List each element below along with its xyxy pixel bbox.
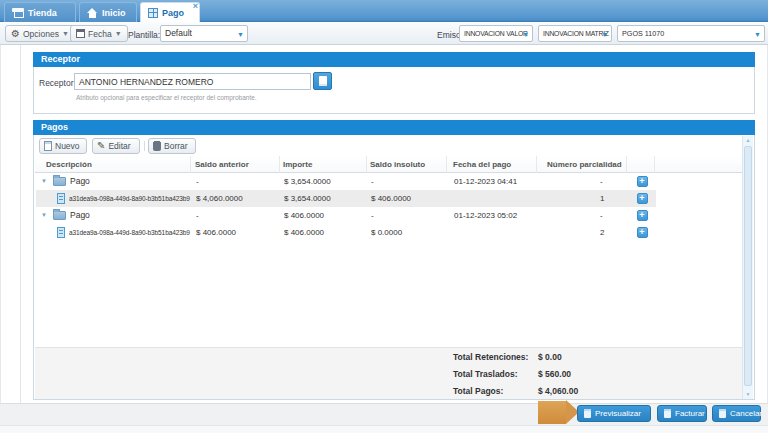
receptor-hint: Atributo opcional para especificar el re… (76, 94, 257, 101)
column-header-descripcion[interactable]: Descripción (35, 156, 191, 173)
cell-importe: $ 406.0000 (281, 207, 368, 224)
column-header-saldo-anterior[interactable]: Saldo anterior (191, 156, 280, 173)
cell-saldo-anterior: $ 406.0000 (192, 224, 281, 241)
previsualizar-button[interactable]: Previsualizar (577, 405, 651, 422)
total-retenciones-label: Total Retenciones: (453, 352, 528, 362)
cell-importe: $ 3,654.0000 (281, 190, 368, 207)
plantilla-select[interactable]: Default ▼ (160, 25, 248, 42)
chevron-down-icon: ▼ (237, 31, 244, 38)
receptor-input[interactable] (74, 73, 311, 90)
editar-label: Editar (108, 141, 130, 151)
tab-label: Pago (162, 8, 184, 18)
plantilla-label: Plantilla: (128, 30, 160, 40)
table-row[interactable]: a31dea9a-098a-449d-8a90-b3b51ba423b9 $ 4… (36, 224, 656, 241)
cell-saldo-insoluto: $ 406.0000 (368, 190, 448, 207)
column-header-actions (627, 156, 655, 173)
facturar-label: Facturar (675, 409, 705, 418)
payment-window: Tienda Inicio Pago × ⚙ Opciones ▼ Fecha … (0, 0, 768, 433)
facturar-button[interactable]: Facturar (657, 405, 707, 422)
cell-numero-parcialidad: 2 (538, 224, 628, 241)
main-toolbar: ⚙ Opciones ▼ Fecha ▼ Plantilla: Default … (0, 22, 768, 45)
nuevo-label: Nuevo (55, 141, 80, 151)
previsualizar-label: Previsualizar (595, 409, 641, 418)
folder-icon (53, 211, 66, 220)
opciones-button[interactable]: ⚙ Opciones ▼ (5, 25, 75, 42)
cell-saldo-insoluto: $ 0.0000 (368, 224, 448, 241)
plantilla-value: Default (165, 28, 192, 38)
table-row[interactable]: a31dea9a-098a-449d-8a90-b3b51ba423b9 $ 4… (36, 190, 656, 207)
cancelar-label: Cancelar (730, 409, 762, 418)
tab-tienda[interactable]: Tienda (4, 2, 76, 22)
total-retenciones-value: $ 0.00 (538, 352, 562, 362)
folder-icon (53, 177, 66, 186)
table-row[interactable]: ▼ Pago - $ 406.0000 - 01-12-2023 05:02 -… (36, 207, 656, 224)
tab-label: Inicio (102, 8, 126, 18)
fecha-label: Fecha (88, 29, 112, 39)
expand-icon[interactable]: ▼ (41, 207, 47, 224)
preview-document-icon (584, 409, 591, 418)
add-icon[interactable]: + (637, 176, 648, 187)
cell-importe: $ 3,654.0000 (281, 173, 368, 190)
chevron-down-icon: ▼ (601, 31, 608, 38)
add-icon[interactable]: + (637, 210, 648, 221)
nuevo-button[interactable]: Nuevo (39, 138, 87, 154)
borrar-button[interactable]: Borrar (148, 138, 196, 154)
tab-inicio[interactable]: Inicio (79, 2, 137, 22)
left-panel-divider (20, 45, 21, 403)
cell-fecha-del-pago: 01-12-2023 04:41 (448, 173, 538, 190)
home-icon (87, 8, 98, 18)
cell-descripcion: Pago (70, 207, 90, 224)
invoice-document-icon (664, 409, 671, 418)
scroll-up-icon[interactable]: ▲ (743, 136, 753, 145)
tab-label: Tienda (28, 8, 57, 18)
close-icon[interactable]: × (193, 2, 198, 11)
grid-header-row: Descripción Saldo anterior Importe Saldo… (35, 156, 744, 173)
opciones-label: Opciones (23, 29, 59, 39)
cell-fecha-del-pago: 01-12-2023 05:02 (448, 207, 538, 224)
receptor-field-label: Receptor: (39, 78, 76, 88)
editar-button[interactable]: ✎ Editar (92, 138, 140, 154)
emisor-value: INNOVACION VALOR (464, 30, 528, 37)
cell-saldo-insoluto: - (368, 207, 448, 224)
trash-icon (153, 141, 161, 151)
cell-numero-parcialidad: - (538, 173, 628, 190)
total-traslados-label: Total Traslados: (453, 369, 518, 379)
column-header-numero-parcialidad[interactable]: Número parcialidad (537, 156, 627, 173)
cell-descripcion: Pago (70, 173, 90, 190)
add-icon[interactable]: + (637, 193, 648, 204)
column-header-filler (655, 156, 744, 173)
add-icon[interactable]: + (637, 227, 648, 238)
cell-saldo-anterior: - (192, 207, 281, 224)
table-row[interactable]: ▼ Pago - $ 3,654.0000 - 01-12-2023 04:41… (36, 173, 656, 190)
fecha-button[interactable]: Fecha ▼ (70, 25, 128, 42)
total-traslados-value: $ 560.00 (538, 369, 571, 379)
column-header-fecha-del-pago[interactable]: Fecha del pago (447, 156, 537, 173)
scroll-down-icon[interactable]: ▼ (743, 390, 753, 399)
cell-fecha-del-pago (448, 224, 538, 241)
button-separator (144, 141, 145, 151)
store-icon (12, 8, 24, 18)
column-header-saldo-insoluto[interactable]: Saldo insoluto (367, 156, 447, 173)
footer-action-bar (0, 403, 768, 425)
serie-select[interactable]: PGOS 11070 ▼ (617, 25, 765, 42)
sucursal-value: INNOVACION MATRIZ (543, 30, 609, 37)
cell-saldo-anterior: - (192, 173, 281, 190)
vertical-scrollbar[interactable]: ▲ ▼ (742, 136, 753, 399)
highlight-arrow-annotation (538, 400, 579, 425)
scrollbar-thumb[interactable] (744, 146, 752, 386)
chevron-down-icon: ▼ (62, 30, 69, 37)
totals-footer: Total Retenciones: $ 0.00 Total Traslado… (35, 347, 744, 399)
cell-numero-parcialidad: 1 (538, 190, 628, 207)
serie-value: PGOS 11070 (622, 29, 664, 38)
grid-icon (148, 8, 158, 18)
receptor-picker-button[interactable] (313, 72, 332, 90)
emisor-select[interactable]: INNOVACION VALOR ▼ (459, 25, 533, 42)
receptor-panel: Receptor: Atributo opcional para especif… (33, 67, 755, 114)
cancelar-button[interactable]: Cancelar (712, 405, 761, 422)
expand-icon[interactable]: ▼ (41, 173, 47, 190)
tab-pago[interactable]: Pago × (140, 2, 200, 22)
cell-saldo-insoluto: - (368, 173, 448, 190)
sucursal-select[interactable]: INNOVACION MATRIZ ▼ (538, 25, 612, 42)
column-header-importe[interactable]: Importe (280, 156, 367, 173)
contact-card-icon (319, 76, 327, 86)
